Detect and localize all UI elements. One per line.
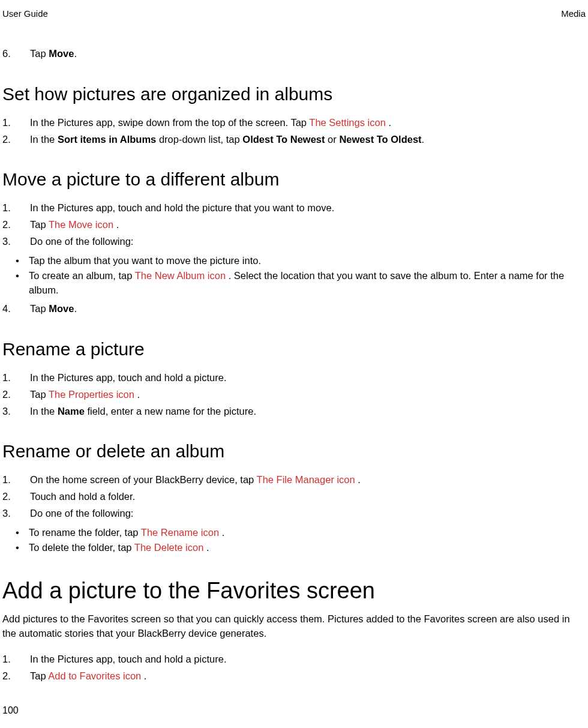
text-run: . xyxy=(113,219,119,230)
step-number: 6. xyxy=(2,46,30,61)
bullet-icon: • xyxy=(16,254,29,268)
step-text: Tap Move. xyxy=(30,46,586,61)
step-text: In the Pictures app, touch and hold the … xyxy=(30,200,586,215)
step-number: 2. xyxy=(2,669,30,684)
file-manager-icon: The File Manager icon xyxy=(257,474,355,485)
text-run: In the xyxy=(30,406,58,417)
step-number: 3. xyxy=(2,404,30,419)
list-item: 1. In the Pictures app, swipe down from … xyxy=(2,115,586,130)
text-run: . xyxy=(422,134,425,145)
ordered-list: 4. Tap Move. xyxy=(2,301,586,316)
text-bold: Move xyxy=(49,303,74,314)
text-run: Tap xyxy=(30,670,48,681)
list-item: 2. Touch and hold a folder. xyxy=(2,489,586,504)
step-number: 1. xyxy=(2,472,30,487)
text-run: Tap xyxy=(30,219,49,230)
bullet-icon: • xyxy=(16,269,29,298)
intro-list: 6. Tap Move. xyxy=(2,46,586,61)
step-number: 2. xyxy=(2,217,30,232)
settings-icon: The Settings icon xyxy=(309,117,386,128)
text-run: . xyxy=(74,303,77,314)
page-header: User Guide Media xyxy=(2,8,586,19)
step-text: Tap The Move icon . xyxy=(30,217,586,232)
bullet-text: To rename the folder, tap The Rename ico… xyxy=(29,526,586,540)
step-number: 4. xyxy=(2,301,30,316)
text-run: . xyxy=(141,670,146,681)
text-run: . xyxy=(74,48,77,59)
text-run: . xyxy=(386,117,391,128)
text-run: In the xyxy=(30,134,58,145)
bullet-text: Tap the album that you want to move the … xyxy=(29,254,586,268)
list-item: 2. In the Sort items in Albums drop-down… xyxy=(2,132,586,147)
list-item: 3. Do one of the following: xyxy=(2,234,586,249)
step-text: In the Pictures app, touch and hold a pi… xyxy=(30,652,586,667)
text-run: drop-down list, tap xyxy=(156,134,242,145)
step-number: 3. xyxy=(2,506,30,521)
ordered-list: 1. In the Pictures app, touch and hold a… xyxy=(2,370,586,418)
step-text: In the Pictures app, touch and hold a pi… xyxy=(30,370,586,385)
text-run: To rename the folder, tap xyxy=(29,527,141,538)
list-item: 4. Tap Move. xyxy=(2,301,586,316)
text-run: or xyxy=(325,134,340,145)
list-item: • To delete the folder, tap The Delete i… xyxy=(16,541,586,555)
text-run: . xyxy=(219,527,224,538)
text-run: Tap xyxy=(30,303,49,314)
text-run: field, enter a new name for the picture. xyxy=(85,406,256,417)
step-number: 2. xyxy=(2,132,30,147)
list-item: • Tap the album that you want to move th… xyxy=(16,254,586,268)
delete-icon: The Delete icon xyxy=(134,542,204,553)
step-number: 2. xyxy=(2,387,30,402)
list-item: 6. Tap Move. xyxy=(2,46,586,61)
list-item: 2. Tap Add to Favorites icon . xyxy=(2,669,586,684)
list-item: 1. In the Pictures app, touch and hold t… xyxy=(2,200,586,215)
add-to-favorites-icon: Add to Favorites icon xyxy=(48,670,141,681)
list-item: • To create an album, tap The New Album … xyxy=(16,269,586,298)
rename-icon: The Rename icon xyxy=(141,527,219,538)
new-album-icon: The New Album icon xyxy=(135,270,226,281)
text-run: In the Pictures app, swipe down from the… xyxy=(30,117,309,128)
page-number: 100 xyxy=(2,705,19,716)
section-heading: Rename or delete an album xyxy=(2,441,586,462)
step-text: In the Name field, enter a new name for … xyxy=(30,404,586,419)
bullet-list: • To rename the folder, tap The Rename i… xyxy=(2,526,586,556)
list-item: 3. Do one of the following: xyxy=(2,506,586,521)
step-text: Tap The Properties icon . xyxy=(30,387,586,402)
header-left: User Guide xyxy=(2,8,48,19)
list-item: 1. In the Pictures app, touch and hold a… xyxy=(2,370,586,385)
step-text: Do one of the following: xyxy=(30,234,586,249)
text-bold: Name xyxy=(58,406,85,417)
step-text: Do one of the following: xyxy=(30,506,586,521)
list-item: 3. In the Name field, enter a new name f… xyxy=(2,404,586,419)
text-run: To delete the folder, tap xyxy=(29,542,134,553)
section-heading: Rename a picture xyxy=(2,339,586,359)
step-text: Tap Move. xyxy=(30,301,586,316)
list-item: 2. Tap The Properties icon . xyxy=(2,387,586,402)
ordered-list: 1. In the Pictures app, swipe down from … xyxy=(2,115,586,147)
ordered-list: 1. In the Pictures app, touch and hold a… xyxy=(2,652,586,684)
text-run: Tap xyxy=(30,48,49,59)
move-icon: The Move icon xyxy=(49,219,113,230)
step-number: 1. xyxy=(2,370,30,385)
text-run: . xyxy=(203,542,209,553)
step-number: 1. xyxy=(2,652,30,667)
step-text: Touch and hold a folder. xyxy=(30,489,586,504)
ordered-list: 1. On the home screen of your BlackBerry… xyxy=(2,472,586,520)
properties-icon: The Properties icon xyxy=(49,389,134,400)
text-bold: Move xyxy=(49,48,74,59)
header-right: Media xyxy=(561,8,586,19)
step-text: Tap Add to Favorites icon . xyxy=(30,669,586,684)
text-run: On the home screen of your BlackBerry de… xyxy=(30,474,257,485)
section-heading: Move a picture to a different album xyxy=(2,169,586,190)
text-bold: Oldest To Newest xyxy=(242,134,325,145)
bullet-icon: • xyxy=(16,541,29,555)
bullet-icon: • xyxy=(16,526,29,540)
bullet-text: To delete the folder, tap The Delete ico… xyxy=(29,541,586,555)
step-text: In the Pictures app, swipe down from the… xyxy=(30,115,586,130)
section-heading: Add a picture to the Favorites screen xyxy=(2,578,586,604)
text-bold: Sort items in Albums xyxy=(58,134,156,145)
step-text: In the Sort items in Albums drop-down li… xyxy=(30,132,586,147)
step-number: 3. xyxy=(2,234,30,249)
step-number: 1. xyxy=(2,115,30,130)
text-bold: Newest To Oldest xyxy=(339,134,421,145)
step-number: 1. xyxy=(2,200,30,215)
